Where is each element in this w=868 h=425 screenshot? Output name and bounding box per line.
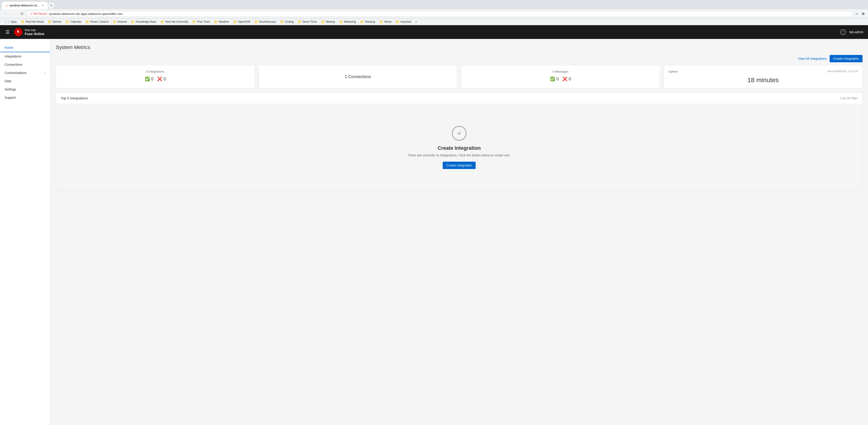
sidebar-item-settings[interactable]: Settings	[0, 85, 50, 93]
browser-chrome: ⚠ syndesis-debezium-cdc.apps.debezium.op…	[0, 0, 868, 25]
sidebar-item-home[interactable]: Home	[0, 44, 50, 52]
view-all-integrations-link[interactable]: View All Integrations	[798, 57, 827, 60]
bookmark-prez-tools[interactable]: 📁 Prez Tools	[190, 20, 212, 24]
folder-icon: 📁	[379, 20, 383, 24]
brand-logo	[14, 28, 23, 36]
connections-value: 1 Connections	[345, 75, 371, 79]
bookmark-demos[interactable]: 📁 Demos	[46, 20, 63, 24]
folder-icon: 📁	[48, 20, 52, 24]
bookmark-red-hat-university[interactable]: 📁 Red Hat University	[159, 20, 190, 24]
top5-section: Top 5 Integrations Last 30 Days + Create…	[56, 92, 863, 191]
browser-bookmarks: ⋮⋮ Apps 📁 Red Hat Gmail 📁 Demos 📁 Calend…	[0, 19, 868, 25]
folder-icon: 📁	[396, 20, 399, 24]
chevron-right-icon: ›	[44, 71, 45, 75]
warning-icon: ⚠	[30, 12, 32, 15]
bookmark-openshift[interactable]: 📁 OpenShift	[231, 20, 252, 24]
bookmark-gmail[interactable]: 📁 Red Hat Gmail	[19, 20, 45, 24]
uptime-value: 18 minutes	[669, 77, 858, 84]
folder-icon: 📁	[86, 20, 89, 24]
sidebar-item-integrations[interactable]: Integrations	[0, 52, 50, 60]
bookmark-more[interactable]: »	[414, 20, 419, 24]
ok-circle-icon: ✅	[145, 77, 150, 82]
bookmark-imported[interactable]: 📁 Imported	[394, 20, 413, 24]
folder-icon: 📁	[65, 20, 69, 24]
tab-title: syndesis-debezium-cdc.apps.debezium.open…	[9, 4, 41, 7]
url-text: syndesis-debezium-cdc.apps.debezium.open…	[49, 12, 123, 16]
uptime-card-title: Uptime since 03/03/2020, 11:51:20	[669, 70, 858, 73]
plus-icon: +	[457, 129, 461, 138]
user-label: lab-admin	[849, 30, 863, 34]
new-tab-button[interactable]: +	[48, 2, 55, 9]
connections-card-body: 1 Connections	[263, 70, 453, 84]
ok-circle-icon: ✅	[550, 77, 555, 82]
uptime-since: since 03/03/2020, 11:51:20	[827, 70, 858, 73]
folder-icon: 📁	[21, 20, 25, 24]
create-integration-body-button[interactable]: Create Integration	[443, 162, 476, 169]
forward-button[interactable]: →	[10, 10, 17, 17]
folder-icon: 📁	[131, 20, 135, 24]
page-title: System Metrics	[56, 45, 863, 50]
create-integration-header-button[interactable]: Create Integration	[830, 55, 863, 62]
reload-button[interactable]: ⟳	[19, 10, 25, 17]
tab-close-icon[interactable]: ×	[42, 4, 44, 7]
bookmark-meetup[interactable]: 📁 Meetup	[319, 20, 337, 24]
bookmark-rover-search[interactable]: 📁 Rover | Search	[84, 20, 111, 24]
err-circle-icon: ❌	[562, 77, 567, 82]
messages-err-status: ❌ 0	[562, 77, 571, 82]
integrations-card-title: 0 Integrations	[61, 70, 250, 73]
folder-icon: 📁	[321, 20, 325, 24]
header-left: ☰ Red Hat Fuse Online	[5, 28, 44, 36]
create-integration-empty-title: Create Integration	[438, 145, 481, 151]
bookmark-weather[interactable]: 📁 Weather	[212, 20, 231, 24]
bookmark-calendar[interactable]: 📁 Calendar	[64, 20, 83, 24]
metrics-section: View All Integrations Create Integration…	[56, 55, 863, 89]
bookmark-rampup[interactable]: 📁 Rampup	[358, 20, 377, 24]
integrations-card: 0 Integrations ✅ 0 ❌ 0	[56, 65, 255, 89]
extensions-icon[interactable]: ⚙	[861, 11, 866, 16]
brand-name-bottom: Fuse Online	[25, 32, 44, 36]
messages-card: 0 Messages ✅ 0 ❌ 0	[461, 65, 660, 89]
address-bar[interactable]: ⚠ Not Secure syndesis-debezium-cdc.apps.…	[27, 11, 852, 17]
tab-favicon: ⚠	[5, 4, 8, 7]
bookmark-knowledge-base[interactable]: 📁 Knowledge Base	[129, 20, 158, 24]
browser-tab[interactable]: ⚠ syndesis-debezium-cdc.apps.debezium.op…	[2, 2, 48, 9]
folder-icon: 📁	[233, 20, 237, 24]
bookmark-coding[interactable]: 📁 Coding	[278, 20, 296, 24]
create-integration-icon: +	[452, 126, 466, 141]
apps-icon: ⋮⋮	[4, 20, 10, 23]
help-button[interactable]: ?	[840, 29, 846, 35]
app-body: Home Integrations Connections Customizat…	[0, 39, 868, 425]
back-button[interactable]: ←	[2, 10, 9, 17]
sidebar-item-connections[interactable]: Connections	[0, 60, 50, 69]
folder-icon: 📁	[360, 20, 364, 24]
metrics-header: View All Integrations Create Integration	[56, 55, 863, 62]
top5-body: + Create Integration There are currently…	[56, 104, 862, 191]
bookmark-home[interactable]: 📁 Home	[377, 20, 393, 24]
integrations-ok-status: ✅ 0	[145, 77, 154, 82]
main-content: System Metrics View All Integrations Cre…	[50, 39, 868, 425]
connections-card: 1 Connections	[258, 65, 458, 89]
messages-card-body: ✅ 0 ❌ 0	[466, 77, 655, 82]
messages-card-title: 0 Messages	[466, 70, 655, 73]
folder-icon: 📁	[160, 20, 164, 24]
bookmark-demo-tools[interactable]: 📁 Demo Tools	[296, 20, 319, 24]
star-icon[interactable]: ☆	[854, 11, 859, 16]
brand: Red Hat Fuse Online	[14, 28, 44, 36]
sidebar-item-customizations[interactable]: Customizations ›	[0, 69, 50, 77]
folder-icon: 📁	[254, 20, 258, 24]
integrations-card-body: ✅ 0 ❌ 0	[61, 77, 250, 82]
messages-ok-status: ✅ 0	[550, 77, 559, 82]
metrics-cards: 0 Integrations ✅ 0 ❌ 0	[56, 65, 863, 89]
menu-toggle-button[interactable]: ☰	[5, 28, 10, 36]
bookmark-intranet[interactable]: 📁 Intranet	[111, 20, 129, 24]
sidebar-item-support[interactable]: Support	[0, 93, 50, 102]
create-integration-empty-desc: There are currently no integrations. Cli…	[408, 153, 510, 157]
more-icon: »	[415, 20, 417, 23]
folder-icon: 📁	[339, 20, 343, 24]
folder-icon: 📁	[192, 20, 196, 24]
bookmark-marketing[interactable]: 📁 Marketing	[337, 20, 358, 24]
bookmark-devadvocacy[interactable]: 📁 DevAdvocacy	[253, 20, 278, 24]
brand-name-top: Red Hat	[25, 28, 44, 32]
sidebar-item-data[interactable]: Data	[0, 77, 50, 85]
bookmark-apps[interactable]: ⋮⋮ Apps	[2, 20, 19, 24]
